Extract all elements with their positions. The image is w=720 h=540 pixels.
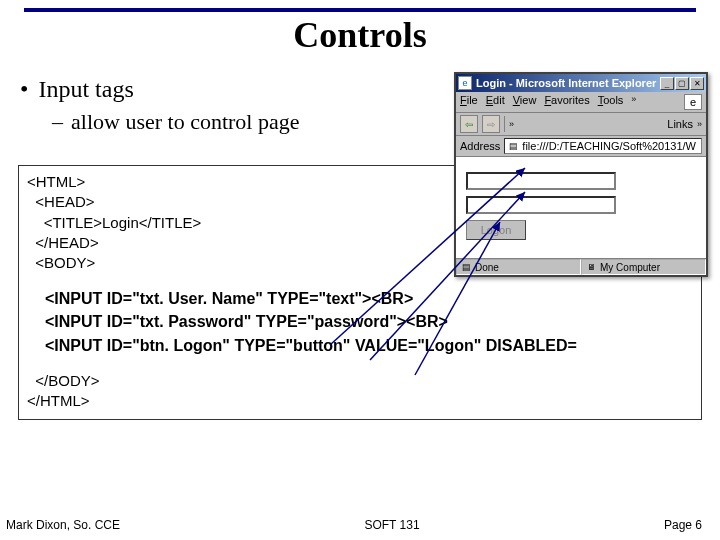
- status-zone-text: My Computer: [600, 262, 660, 273]
- title-rule: [24, 8, 696, 12]
- toolbar-separator: [504, 116, 505, 132]
- menu-tools[interactable]: Tools: [598, 94, 624, 110]
- subbullet-text: allow user to control page: [71, 109, 300, 135]
- code-bold-line: <INPUT ID="txt. User. Name" TYPE="text">…: [45, 287, 693, 310]
- bullet-dot-icon: •: [20, 76, 28, 103]
- back-button[interactable]: ⇦: [460, 115, 478, 133]
- browser-window: e Login - Microsoft Internet Explorer _ …: [454, 72, 708, 277]
- close-button[interactable]: ✕: [690, 77, 704, 90]
- footer-author: Mark Dixon, So. CCE: [6, 518, 120, 532]
- dash-icon: –: [52, 109, 63, 135]
- code-line: </HTML>: [27, 391, 693, 411]
- code-bold-line: <INPUT ID="txt. Password" TYPE="password…: [45, 310, 693, 333]
- statusbar: ▤ Done 🖥 My Computer: [456, 258, 706, 275]
- links-overflow-icon[interactable]: »: [697, 119, 702, 129]
- footer-course: SOFT 131: [364, 518, 419, 532]
- toolbar-overflow-icon[interactable]: »: [509, 119, 514, 129]
- logon-button: Logon: [466, 220, 526, 240]
- code-line: </BODY>: [27, 371, 693, 391]
- address-value: file:///D:/TEACHING/Soft%20131/W: [522, 140, 696, 152]
- menu-view[interactable]: View: [513, 94, 537, 110]
- file-icon: ▤: [507, 140, 519, 152]
- forward-button[interactable]: ⇨: [482, 115, 500, 133]
- computer-icon: 🖥: [585, 261, 597, 273]
- throbber-icon: e: [684, 94, 702, 110]
- menu-favorites[interactable]: Favorites: [544, 94, 589, 110]
- footer: Mark Dixon, So. CCE SOFT 131 Page 6: [0, 518, 720, 532]
- footer-page: Page 6: [664, 518, 702, 532]
- menu-file[interactable]: File: [460, 94, 478, 110]
- status-zone: 🖥 My Computer: [581, 259, 706, 275]
- window-title: Login - Microsoft Internet Explorer: [476, 77, 660, 89]
- status-done-text: Done: [475, 262, 499, 273]
- menu-overflow-icon[interactable]: »: [631, 94, 636, 110]
- titlebar: e Login - Microsoft Internet Explorer _ …: [456, 74, 706, 92]
- minimize-button[interactable]: _: [660, 77, 674, 90]
- done-icon: ▤: [460, 261, 472, 273]
- page-content: Logon: [456, 157, 706, 258]
- status-done: ▤ Done: [456, 259, 581, 275]
- address-bar: Address ▤ file:///D:/TEACHING/Soft%20131…: [456, 136, 706, 157]
- address-label: Address: [460, 140, 500, 152]
- slide-title: Controls: [0, 14, 720, 56]
- maximize-button[interactable]: ▢: [675, 77, 689, 90]
- code-bold-line: <INPUT ID="btn. Logon" TYPE="button" VAL…: [45, 334, 693, 357]
- bullet-text: Input tags: [38, 76, 133, 103]
- links-label[interactable]: Links: [667, 118, 693, 130]
- username-input[interactable]: [466, 172, 616, 190]
- toolbar: ⇦ ⇨ » Links »: [456, 113, 706, 136]
- menubar: File Edit View Favorites Tools » e: [456, 92, 706, 113]
- address-input[interactable]: ▤ file:///D:/TEACHING/Soft%20131/W: [504, 138, 702, 154]
- ie-icon: e: [458, 76, 472, 90]
- password-input[interactable]: [466, 196, 616, 214]
- menu-edit[interactable]: Edit: [486, 94, 505, 110]
